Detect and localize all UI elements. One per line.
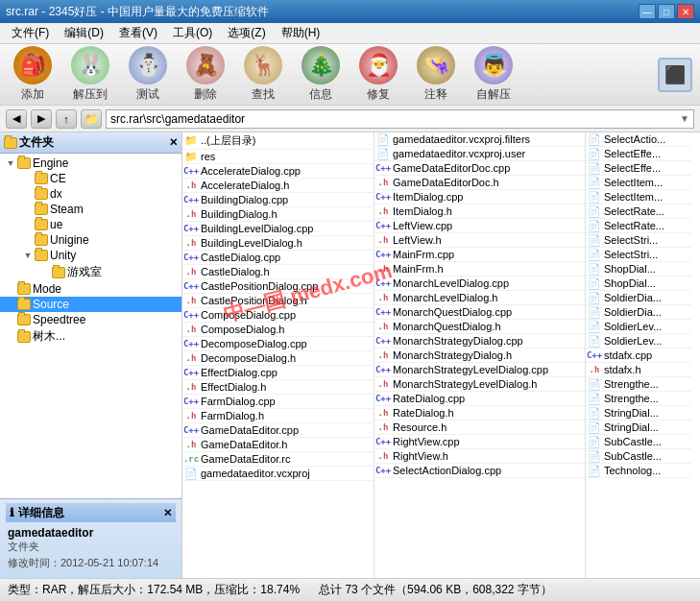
list-item[interactable]: 📄StringDial... — [586, 421, 691, 435]
minimize-button[interactable]: — — [639, 4, 656, 19]
tree-item-unigine[interactable]: Unigine — [0, 232, 181, 248]
tree-item-gameroom[interactable]: 游戏室 — [0, 263, 181, 281]
list-item[interactable]: 📄SelectEffe... — [586, 161, 691, 176]
list-item[interactable]: C++EffectDialog.cpp — [182, 366, 374, 380]
toolbar-test-button[interactable]: ⛄ 测试 — [123, 44, 173, 105]
list-item[interactable]: 📄ShopDial... — [586, 276, 691, 291]
menu-file[interactable]: 文件(F) — [4, 23, 57, 43]
list-item[interactable]: C++GameDataEditor.cpp — [182, 423, 374, 438]
list-item[interactable]: 📄gamedataeditor.vcxproj.user — [374, 147, 585, 161]
tree-item-engine[interactable]: ▼ Engine — [0, 156, 181, 171]
tree-item-trees[interactable]: 树木... — [0, 327, 181, 346]
list-item[interactable]: 📄SelectItem... — [586, 176, 691, 190]
list-item[interactable]: .hBuildingLevelDialog.h — [182, 236, 374, 251]
expand-engine-icon[interactable]: ▼ — [4, 156, 17, 170]
list-item[interactable]: 📄SelectActio... — [586, 132, 691, 147]
list-item[interactable]: .hBuildingDialog.h — [182, 207, 374, 222]
toolbar-add-button[interactable]: 🎒 添加 — [8, 44, 58, 105]
list-item[interactable]: .hResource.h — [374, 421, 585, 435]
list-item[interactable]: .hMainFrm.h — [374, 262, 585, 276]
list-item[interactable]: C++GameDataEditorDoc.cpp — [374, 161, 585, 176]
list-item[interactable]: 📄SoldierLev... — [586, 320, 691, 334]
tree-item-unity[interactable]: ▼ Unity — [0, 248, 181, 263]
list-item[interactable]: 📄SelectEffe... — [586, 147, 691, 161]
list-item[interactable]: .hRateDialog.h — [374, 406, 585, 421]
list-item[interactable]: 📄SelectStri... — [586, 248, 691, 262]
list-item[interactable]: 📄Technolog... — [586, 464, 691, 478]
tree-item-mode[interactable]: Mode — [0, 281, 181, 297]
list-item[interactable]: 📄Strengthe... — [586, 392, 691, 406]
list-item[interactable]: C++SelectActionDialog.cpp — [374, 464, 585, 478]
list-item[interactable]: 📄SelectRate... — [586, 219, 691, 233]
list-item[interactable]: 📄SoldierDia... — [586, 291, 691, 305]
list-item[interactable]: 📄ShopDial... — [586, 262, 691, 276]
forward-button[interactable]: ▶ — [31, 109, 52, 129]
list-item[interactable]: 📄SubCastle... — [586, 435, 691, 449]
list-item[interactable]: .hCastlePositionDialog.h — [182, 294, 374, 308]
list-item[interactable]: 📄SubCastle... — [586, 449, 691, 464]
list-item[interactable]: .hAccelerateDialog.h — [182, 179, 374, 193]
list-item[interactable]: 📄gamedataeditor.vcxproj — [182, 467, 374, 481]
list-item[interactable]: .hMonarchStrategyDialog.h — [374, 349, 585, 363]
file-list[interactable]: 📁..(上层目录)📁resC++AccelerateDialog.cpp.hAc… — [182, 132, 700, 578]
list-item[interactable]: .hLeftView.h — [374, 233, 585, 248]
list-item[interactable]: C++ItemDialog.cpp — [374, 190, 585, 204]
list-item[interactable]: 📄SelectRate... — [586, 204, 691, 219]
list-item[interactable]: .hItemDialog.h — [374, 204, 585, 219]
list-item[interactable]: .hDecomposeDialog.h — [182, 351, 374, 366]
list-item[interactable]: .hEffectDialog.h — [182, 380, 374, 395]
list-item[interactable]: .hFarmDialog.h — [182, 409, 374, 423]
up-button[interactable]: ↑ — [56, 109, 77, 129]
toolbar-sfx-button[interactable]: 👼 自解压 — [469, 44, 519, 105]
list-item[interactable]: 📁..(上层目录) — [182, 132, 374, 150]
list-item[interactable]: 📄SelectItem... — [586, 190, 691, 204]
tree-item-source[interactable]: Source — [0, 297, 181, 312]
list-item[interactable]: C++ComposeDialog.cpp — [182, 308, 374, 323]
list-item[interactable]: C++CastleDialog.cpp — [182, 251, 374, 265]
list-item[interactable]: .hComposeDialog.h — [182, 323, 374, 337]
list-item[interactable]: C++RightView.cpp — [374, 435, 585, 449]
folder-icon-bar[interactable]: 📁 — [81, 109, 102, 129]
info-panel-close-icon[interactable]: ✕ — [163, 507, 172, 519]
list-item[interactable]: .rcGameDataEditor.rc — [182, 452, 374, 467]
list-item[interactable]: .hMonarchQuestDialog.h — [374, 320, 585, 334]
list-item[interactable]: .hMonarchStrategyLevelDialog.h — [374, 377, 585, 392]
expand-unity-icon[interactable]: ▼ — [21, 249, 35, 262]
back-button[interactable]: ◀ — [6, 109, 27, 129]
list-item[interactable]: C++MonarchStrategyLevelDialog.cpp — [374, 363, 585, 377]
list-item[interactable]: 📄Strengthe... — [586, 377, 691, 392]
menu-view[interactable]: 查看(V) — [111, 23, 165, 43]
toolbar-extract-button[interactable]: 🐰 解压到 — [65, 44, 115, 105]
panel-close-icon[interactable]: ✕ — [169, 136, 178, 149]
list-item[interactable]: C++LeftView.cpp — [374, 219, 585, 233]
toolbar-repair-button[interactable]: 🎅 修复 — [353, 44, 403, 105]
list-item[interactable]: C++stdafx.cpp — [586, 349, 691, 363]
list-item[interactable]: C++DecomposeDialog.cpp — [182, 337, 374, 351]
list-item[interactable]: .hstdafx.h — [586, 363, 691, 377]
list-item[interactable]: C++MonarchStrategyDialog.cpp — [374, 334, 585, 349]
tree-item-speedtree[interactable]: Speedtree — [0, 312, 181, 327]
list-item[interactable]: C++RateDialog.cpp — [374, 392, 585, 406]
list-item[interactable]: C++BuildingDialog.cpp — [182, 193, 374, 207]
list-item[interactable]: .hGameDataEditor.h — [182, 438, 374, 452]
list-item[interactable]: C++MainFrm.cpp — [374, 248, 585, 262]
list-item[interactable]: C++MonarchLevelDialog.cpp — [374, 276, 585, 291]
address-path[interactable]: src.rar\src\gamedataeditor — [110, 112, 680, 126]
toolbar-find-button[interactable]: 🦌 查找 — [238, 44, 288, 105]
list-item[interactable]: 📄SoldierDia... — [586, 305, 691, 320]
toolbar-info-button[interactable]: 🎄 信息 — [296, 44, 346, 105]
list-item[interactable]: C++MonarchQuestDialog.cpp — [374, 305, 585, 320]
list-item[interactable]: C++AccelerateDialog.cpp — [182, 164, 374, 179]
tree-item-ue[interactable]: ue — [0, 217, 181, 232]
tree-item-dx[interactable]: dx — [0, 186, 181, 202]
maximize-button[interactable]: □ — [658, 4, 675, 19]
tree-item-ce[interactable]: CE — [0, 171, 181, 186]
list-item[interactable]: 📄SoldierLev... — [586, 334, 691, 349]
list-item[interactable]: .hGameDataEditorDoc.h — [374, 176, 585, 190]
close-button[interactable]: ✕ — [677, 4, 694, 19]
toolbar-comment-button[interactable]: 👒 注释 — [411, 44, 461, 105]
list-item[interactable]: 📄SelectStri... — [586, 233, 691, 248]
list-item[interactable]: 📄gamedataeditor.vcxproj.filters — [374, 132, 585, 147]
tree-item-steam[interactable]: Steam — [0, 202, 181, 217]
list-item[interactable]: C++FarmDialog.cpp — [182, 395, 374, 409]
